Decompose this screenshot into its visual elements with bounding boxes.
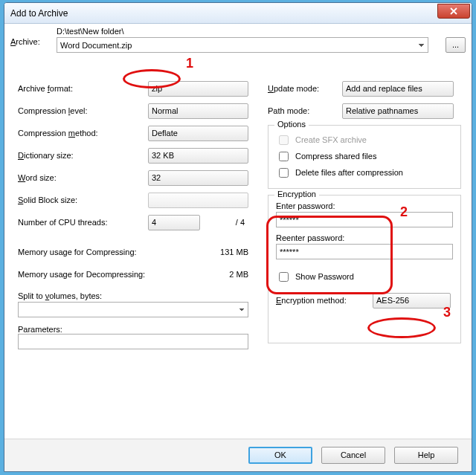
update-select[interactable]: Add and replace files bbox=[342, 81, 454, 97]
right-column: Update mode:Add and replace files Path m… bbox=[268, 77, 461, 349]
encmethod-select[interactable]: AES-256 bbox=[373, 293, 451, 308]
threads-label: Number of CPU threads: bbox=[18, 218, 148, 227]
archive-path: D:\test\New folder\ bbox=[57, 27, 440, 36]
reenter-pw-label: Reenter password: bbox=[276, 233, 453, 242]
reenter-pw-input[interactable] bbox=[276, 244, 453, 259]
memc-label: Memory usage for Compressing: bbox=[18, 248, 196, 256]
threads-max: / 4 bbox=[200, 218, 245, 227]
close-button[interactable] bbox=[437, 4, 470, 19]
enter-pw-input[interactable] bbox=[276, 212, 453, 227]
options-group: Options Create SFX archive Compress shar… bbox=[268, 125, 461, 189]
content-area: Archive: D:\test\New folder\ Word Docume… bbox=[10, 27, 466, 434]
encryption-group: Encryption Enter password: Reenter passw… bbox=[268, 195, 461, 343]
pathmode-label: Path mode: bbox=[268, 106, 342, 115]
sfx-check: Create SFX archive bbox=[276, 132, 453, 148]
enter-pw-label: Enter password: bbox=[276, 201, 453, 210]
word-label: Word size: bbox=[18, 173, 148, 182]
memc-value: 131 MB bbox=[196, 248, 248, 256]
split-select[interactable] bbox=[18, 302, 248, 317]
level-label: Compression level: bbox=[18, 106, 148, 115]
shared-check[interactable]: Compress shared files bbox=[276, 148, 453, 164]
dict-label: Dictionary size: bbox=[18, 151, 148, 160]
archive-filename-input[interactable]: Word Document.zip bbox=[57, 37, 428, 53]
left-column: Archive format:zip Compression level:Nor… bbox=[18, 77, 256, 351]
params-input[interactable] bbox=[18, 334, 248, 349]
update-label: Update mode: bbox=[268, 84, 342, 93]
help-button[interactable]: Help bbox=[394, 447, 458, 464]
memd-value: 2 MB bbox=[196, 270, 248, 279]
threads-select[interactable]: 4 bbox=[148, 215, 200, 230]
archive-label: Archive: bbox=[10, 27, 57, 46]
solid-label: Solid Block size: bbox=[18, 196, 148, 204]
browse-button[interactable]: ... bbox=[446, 37, 466, 53]
window-title: Add to Archive bbox=[10, 8, 437, 19]
showpw-check[interactable]: Show Password bbox=[276, 268, 453, 285]
titlebar: Add to Archive bbox=[4, 3, 472, 24]
cancel-button[interactable]: Cancel bbox=[321, 447, 385, 464]
delete-check[interactable]: Delete files after compression bbox=[276, 164, 453, 181]
dict-select[interactable]: 32 KB bbox=[148, 148, 248, 164]
method-label: Compression method: bbox=[18, 129, 148, 138]
showpw-checkbox[interactable] bbox=[279, 272, 289, 282]
memd-label: Memory usage for Decompressing: bbox=[18, 270, 196, 279]
dialog-window: Add to Archive Archive: D:\test\New fold… bbox=[4, 2, 472, 472]
pathmode-select[interactable]: Relative pathnames bbox=[342, 103, 454, 119]
method-select[interactable]: Deflate bbox=[148, 126, 248, 141]
format-label: Archive format: bbox=[18, 84, 148, 93]
encryption-legend: Encryption bbox=[274, 190, 319, 198]
params-label: Parameters: bbox=[18, 325, 256, 334]
word-select[interactable]: 32 bbox=[148, 170, 248, 186]
level-select[interactable]: Normal bbox=[148, 103, 248, 119]
split-label: Split to volumes, bytes: bbox=[18, 291, 256, 300]
close-icon bbox=[450, 7, 457, 15]
options-legend: Options bbox=[274, 120, 309, 129]
footer: OK Cancel Help bbox=[4, 439, 472, 471]
solid-select bbox=[148, 193, 248, 208]
sfx-checkbox bbox=[279, 135, 289, 145]
shared-checkbox[interactable] bbox=[279, 152, 289, 161]
format-select[interactable]: zip bbox=[148, 81, 248, 97]
ok-button[interactable]: OK bbox=[248, 447, 312, 464]
encmethod-label: Encryption method: bbox=[276, 296, 373, 305]
delete-checkbox[interactable] bbox=[279, 168, 289, 178]
